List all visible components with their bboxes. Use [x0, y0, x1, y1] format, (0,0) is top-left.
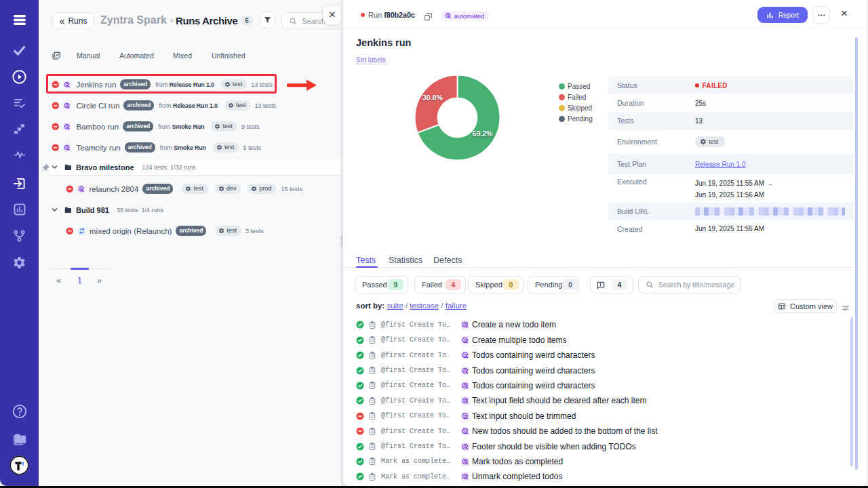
svg-text:30.8%: 30.8% — [422, 94, 443, 102]
svg-text:69.2%: 69.2% — [473, 129, 493, 138]
